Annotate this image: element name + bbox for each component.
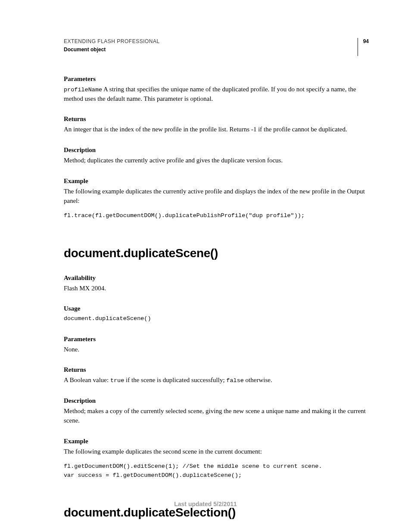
returns-mid: if the scene is duplicated successfully; [124, 376, 226, 383]
doc-subtitle: Document object [64, 46, 160, 53]
example-label: Example [64, 177, 369, 186]
example-code: fl.trace(fl.getDocumentDOM().duplicatePu… [64, 212, 369, 220]
example-label-2: Example [64, 437, 369, 446]
example-text: The following example duplicates the cur… [64, 187, 369, 206]
availability-label: Availability [64, 274, 369, 283]
returns-label: Returns [64, 115, 369, 124]
description-label-2: Description [64, 396, 369, 405]
returns-label-2: Returns [64, 365, 369, 374]
returns-post: otherwise. [244, 376, 272, 383]
returns-text: An integer that is the index of the new … [64, 125, 369, 134]
returns-true: true [110, 377, 124, 384]
returns-pre: A Boolean value: [64, 376, 110, 383]
example-text-2: The following example duplicates the sec… [64, 447, 369, 457]
header-left: EXTENDING FLASH PROFESSIONAL Document ob… [64, 38, 160, 53]
doc-title: EXTENDING FLASH PROFESSIONAL [64, 38, 160, 45]
page-header: EXTENDING FLASH PROFESSIONAL Document ob… [64, 38, 369, 54]
usage-code: document.duplicateScene() [64, 314, 369, 323]
param-desc: A string that specifies the unique name … [64, 86, 356, 102]
availability-text: Flash MX 2004. [64, 284, 369, 293]
page-content: EXTENDING FLASH PROFESSIONAL Document ob… [0, 0, 411, 532]
description-text-2: Method; makes a copy of the currently se… [64, 407, 369, 426]
description-text: Method; duplicates the currently active … [64, 156, 369, 165]
example-code-2: fl.getDocumentDOM().editScene(1); //Set … [64, 462, 369, 480]
parameters-label-2: Parameters [64, 335, 369, 344]
parameters-label: Parameters [64, 75, 369, 84]
parameters-text: profileName A string that specifies the … [64, 85, 369, 104]
description-label: Description [64, 146, 369, 155]
param-name: profileName [64, 87, 102, 93]
usage-label: Usage [64, 304, 369, 313]
page-footer: Last updated 5/2/2011 [0, 500, 411, 509]
parameters-text-2: None. [64, 345, 369, 355]
returns-false: false [226, 377, 244, 384]
page-number: 94 [358, 38, 369, 56]
method-title-duplicatescene: document.duplicateScene() [64, 245, 369, 261]
returns-text-2: A Boolean value: true if the scene is du… [64, 376, 369, 385]
